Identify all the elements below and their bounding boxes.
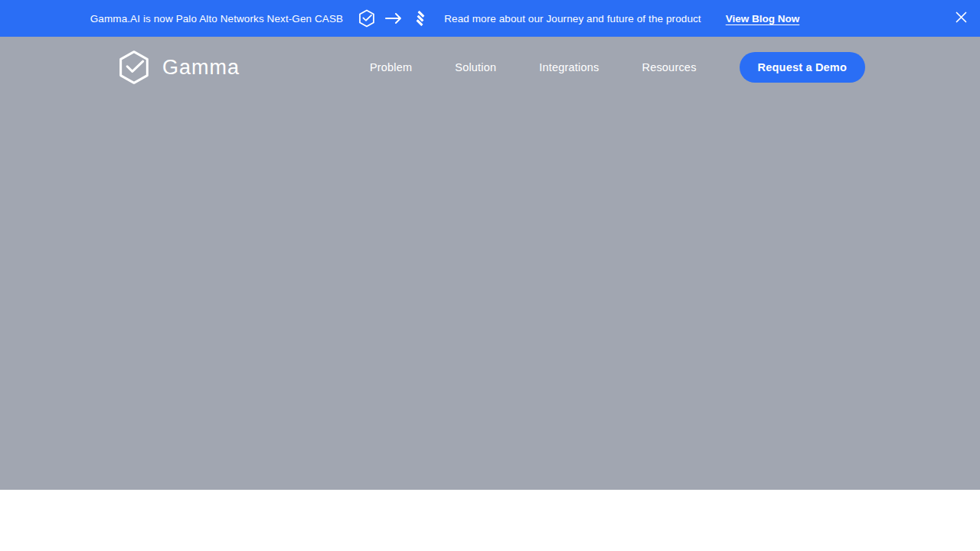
gamma-hexagon-icon — [115, 50, 153, 85]
gamma-logo[interactable]: Gamma — [115, 50, 240, 85]
close-icon — [955, 11, 968, 26]
hero-section: Gamma Problem Solution Integrations Reso… — [0, 37, 980, 490]
banner-close-button[interactable] — [952, 10, 969, 27]
nav-item-integrations[interactable]: Integrations — [539, 61, 599, 73]
gamma-logo-icon — [358, 9, 375, 28]
nav-item-solution[interactable]: Solution — [455, 61, 496, 73]
nav-item-problem[interactable]: Problem — [370, 61, 412, 73]
request-demo-button[interactable]: Request a Demo — [740, 52, 865, 83]
announcement-message-left: Gamma.AI is now Palo Alto Networks Next-… — [90, 13, 343, 24]
hero-media-placeholder — [0, 98, 980, 490]
palo-alto-networks-icon — [412, 10, 429, 27]
main-nav: Problem Solution Integrations Resources … — [370, 52, 865, 83]
announcement-content: Gamma.AI is now Palo Alto Networks Next-… — [90, 9, 799, 28]
nav-item-resources[interactable]: Resources — [642, 61, 696, 73]
brand-transition-icons — [358, 9, 429, 28]
page-body-blank — [0, 490, 980, 551]
view-blog-link[interactable]: View Blog Now — [726, 13, 800, 24]
arrow-right-icon — [385, 12, 402, 24]
announcement-message-right: Read more about our Journey and future o… — [444, 13, 701, 24]
logo-wordmark: Gamma — [162, 56, 240, 80]
site-header: Gamma Problem Solution Integrations Reso… — [115, 37, 865, 98]
announcement-banner: Gamma.AI is now Palo Alto Networks Next-… — [0, 0, 980, 37]
